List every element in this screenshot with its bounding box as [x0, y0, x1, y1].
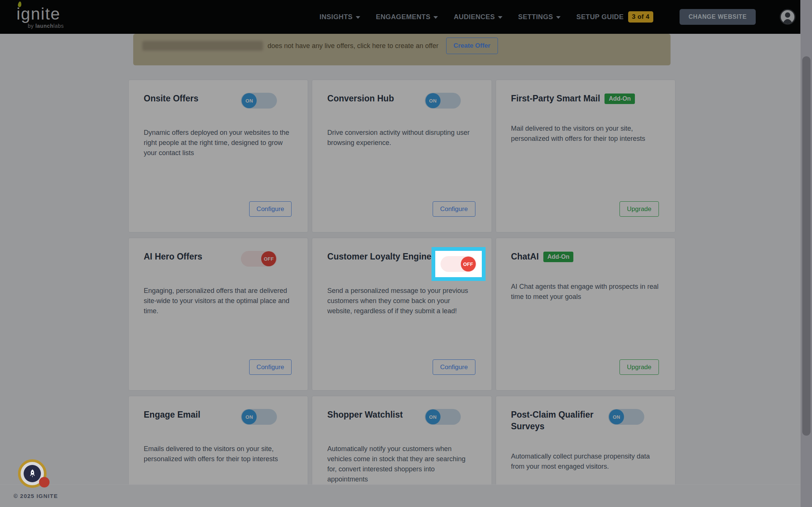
toggle-knob: OFF: [461, 257, 476, 272]
rocket-icon: [24, 465, 41, 482]
chat-notification-badge: [39, 477, 50, 487]
toggle-wrap: OFF: [441, 251, 477, 267]
feature-toggle[interactable]: OFF: [441, 256, 477, 272]
scrollbar-thumb[interactable]: [802, 56, 810, 436]
tutorial-highlight-box: OFF: [432, 247, 486, 281]
tutorial-overlay[interactable]: [0, 0, 812, 507]
page-scrollbar[interactable]: [800, 0, 812, 507]
